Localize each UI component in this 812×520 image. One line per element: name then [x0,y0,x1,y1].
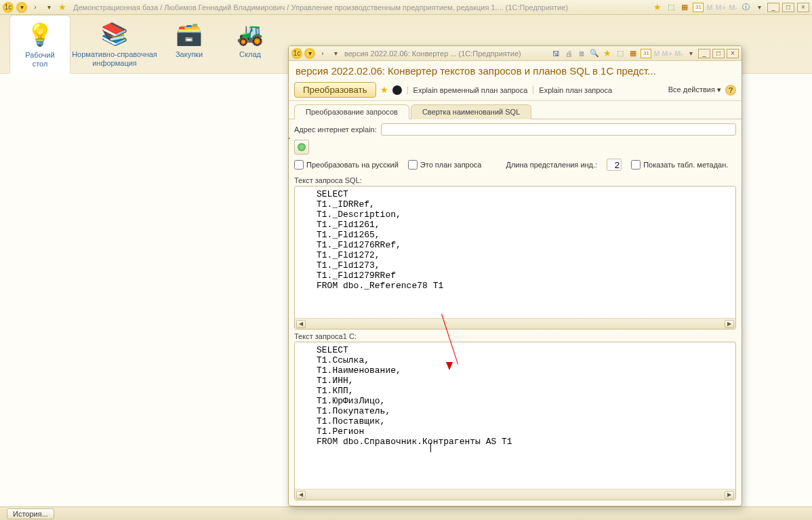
titlebar-mplus-icon[interactable]: M+ [716,3,727,12]
nav-forward-icon[interactable]: › [30,2,41,13]
main-panel: Адрес интернет explain: Преобразовать на… [289,119,742,506]
inner-search-icon[interactable]: 🔍 [589,48,600,59]
tab-bar: Преобразование запросов Свертка наименов… [289,104,742,119]
inner-minimize-button[interactable]: _ [698,49,710,58]
inner-preview-icon[interactable]: 🗎 [576,48,587,59]
toolbar-item-label: Склад [220,50,281,59]
reference-icon: 📚 [98,19,131,49]
github-icon[interactable] [392,85,402,95]
globe-icon [298,143,306,151]
open-url-button[interactable] [294,140,309,155]
outer-maximize-button[interactable]: □ [782,3,794,12]
desktop-icon: 💡 [24,20,56,49]
toolbar-item-desktop[interactable]: 💡 Рабочий стол [9,15,70,74]
cmd-star-icon[interactable]: ★ [380,85,388,95]
statusbar: История... [0,506,812,520]
history-button[interactable]: История... [7,508,54,519]
tab-convert[interactable]: Преобразование запросов [294,104,409,119]
chk-plan[interactable]: Это план запроса [408,160,482,169]
titlebar-m-icon[interactable]: M [706,3,712,12]
inner-m-icon[interactable]: M [653,49,659,58]
outer-titlebar: 1c ▾ › ▾ ★ Демонстрационная база / Любим… [0,0,812,15]
inner-nav-dropdown-icon[interactable]: ▾ [304,48,315,59]
inner-header: версия 2022.02.06: Конвертер текстов зап… [289,61,742,79]
nav-history-icon[interactable]: ▾ [43,2,54,13]
explain-address-input[interactable] [381,123,736,136]
convert-button[interactable]: Преобразовать [294,82,376,98]
inner-mplus-icon[interactable]: M+ [662,49,673,58]
command-bar: Преобразовать ★ Explain временный план з… [289,79,742,101]
toolbar-item-reference[interactable]: 📚 Нормативно-справочная информация [70,15,159,68]
tab-collapse[interactable]: Свертка наименований SQL [411,104,531,119]
outer-minimize-button[interactable]: _ [767,3,779,12]
all-actions-link[interactable]: Все действия ▾ [668,85,721,94]
scroll-right-button[interactable]: ▶ [725,320,734,328]
sql-textarea-wrap: ◀ ▶ [294,186,736,329]
chk-metadata-input[interactable] [631,160,641,169]
toolbar-item-label: Рабочий стол [10,51,70,68]
purchases-icon: 🗃️ [173,19,205,49]
sql-hscrollbar[interactable]: ◀ ▶ [295,318,735,329]
outer-close-button[interactable]: × [797,3,809,12]
explain-address-label: Адрес интернет explain: [294,125,377,134]
toolbar-item-warehouse[interactable]: 🚜 Склад [220,15,281,59]
inner-nav-history-icon[interactable]: ▾ [330,48,341,59]
text-caret [430,443,431,452]
chk-metadata[interactable]: Показать табл. метадан. [631,160,728,169]
inner-nav-forward-icon[interactable]: › [317,48,328,59]
toolbar-item-label: Нормативно-справочная информация [70,50,159,68]
converter-window: 1c ▾ › ▾ версия 2022.02.06: Конвертер ..… [288,45,742,506]
inner-titlebar: 1c ▾ › ▾ версия 2022.02.06: Конвертер ..… [289,46,742,61]
result-text-label: Текст запроса1 С: [294,332,736,340]
scroll-left-button[interactable]: ◀ [296,491,306,499]
explain-plan-link[interactable]: Explain план запроса [533,86,612,94]
titlebar-tool1-icon[interactable]: ⬚ [666,2,676,13]
inner-calc-icon[interactable]: ▦ [628,48,638,59]
toolbar-item-label: Закупки [159,50,220,59]
outer-window-title: Демонстрационная база / Любимов Геннадий… [73,3,568,12]
index-length-label: Длина предсталения инд.: [506,161,597,169]
inner-dropdown-icon[interactable]: ▾ [685,48,696,59]
inner-app-menu-icon[interactable]: 1c [291,48,302,59]
sql-textarea[interactable] [295,186,735,318]
inner-close-button[interactable]: × [727,49,739,58]
inner-mminus-icon[interactable]: M- [674,49,683,58]
chk-plan-label: Это план запроса [420,161,482,169]
inner-calendar-icon[interactable]: 31 [641,49,651,58]
toolbar-item-purchases[interactable]: 🗃️ Закупки [159,15,220,59]
chk-russian-input[interactable] [294,160,304,169]
result-textarea[interactable] [295,342,735,489]
titlebar-info-dropdown-icon[interactable]: ▾ [754,2,765,13]
inner-title-full: версия 2022.02.06: Конвертер текстов зап… [296,65,735,77]
warehouse-icon: 🚜 [234,19,266,49]
help-icon[interactable]: ? [725,85,736,96]
explain-temp-link[interactable]: Explain временный план запроса [407,86,528,94]
inner-star-icon[interactable]: ★ [602,48,613,59]
inner-save-icon[interactable]: 🖫 [550,48,561,59]
nav-dropdown-icon[interactable]: ▾ [16,2,27,13]
chk-russian[interactable]: Преобразовать на русский [294,160,399,169]
chk-plan-input[interactable] [408,160,418,169]
titlebar-calc-icon[interactable]: ▦ [679,2,690,13]
result-textarea-wrap: ◀ ▶ [294,342,736,500]
scroll-left-button[interactable]: ◀ [296,320,306,328]
app-menu-icon[interactable]: 1c [3,2,14,13]
inner-tool1-icon[interactable]: ⬚ [615,48,626,59]
inner-maximize-button[interactable]: □ [712,49,725,58]
titlebar-calendar-icon[interactable]: 31 [693,3,704,12]
titlebar-mminus-icon[interactable]: M- [729,3,737,12]
inner-print-icon[interactable]: 🖨 [563,48,574,59]
sql-text-label: Текст запроса SQL: [294,176,736,184]
index-length-input[interactable] [607,159,622,171]
result-hscrollbar[interactable]: ◀ ▶ [295,489,735,500]
inner-window-title: версия 2022.02.06: Конвертер ... (1С:Пре… [344,49,521,58]
annotation-arrow-convert-icon [288,135,290,142]
chevron-down-icon: ▾ [717,85,721,94]
favorites-star-icon[interactable]: ★ [57,2,68,13]
chk-russian-label: Преобразовать на русский [306,161,399,169]
titlebar-info-icon[interactable]: ⓘ [740,2,751,13]
chk-metadata-label: Показать табл. метадан. [643,161,728,169]
titlebar-star-icon[interactable]: ★ [652,2,663,13]
scroll-right-button[interactable]: ▶ [725,491,734,499]
